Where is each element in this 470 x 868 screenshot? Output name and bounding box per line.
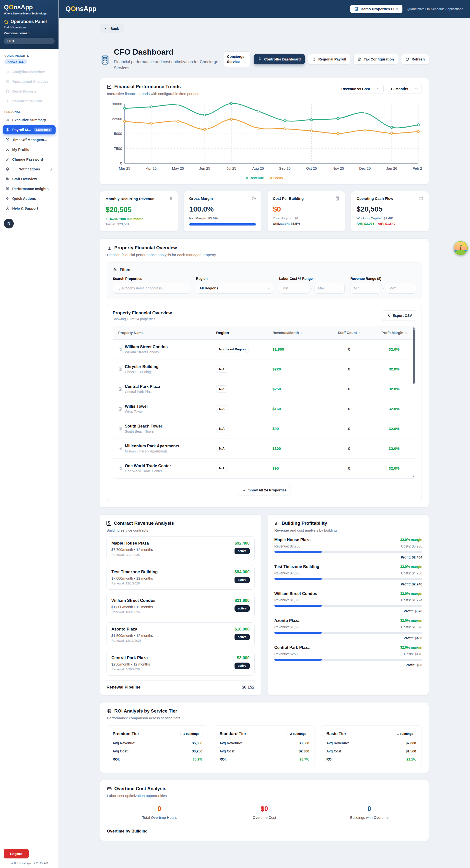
org-selector-button[interactable]: Demo Properties LLC: [350, 5, 402, 13]
column-revenue[interactable]: Revenue/Month↑↓: [267, 331, 326, 335]
table-row[interactable]: Millennium Park ApartmentsMillennium Par…: [113, 439, 416, 459]
contract-item[interactable]: Central Park Plaza$250/month • 12 months…: [106, 651, 255, 676]
column-staff-count[interactable]: Staff Count↑↓: [326, 331, 372, 335]
document-icon: [258, 57, 262, 61]
sidebar-item-performance-insights[interactable]: Performance Insights: [3, 184, 56, 193]
avatar[interactable]: N: [4, 219, 14, 228]
sidebar-item-payroll[interactable]: $ Payroll M... Enterprise: [3, 125, 56, 134]
enterprise-badge: Enterprise: [34, 128, 53, 132]
table-row[interactable]: Central Park PlazaCentral Park Plaza N/A…: [113, 379, 416, 399]
sidebar-item-resource-monitor[interactable]: Resource Monitor: [3, 96, 56, 105]
calculator-icon: [100, 55, 110, 65]
column-property-name[interactable]: Property Name↑↓: [113, 331, 211, 335]
region-select[interactable]: All Regions: [196, 283, 274, 293]
refresh-button[interactable]: Refresh: [401, 54, 429, 64]
kpi-utilization: Utilization: 85.5%: [273, 222, 340, 225]
topbar: QOnsApp Demo Properties LLC Quantitative…: [59, 0, 470, 18]
concierge-service-button[interactable]: Concierge Service: [223, 52, 251, 67]
legend-revenue[interactable]: Revenue: [246, 176, 264, 180]
sidebar-item-operational-analytics[interactable]: Operational Analytics: [3, 77, 56, 86]
period-select[interactable]: 12 Months: [387, 84, 422, 94]
building-icon: [107, 245, 112, 250]
sidebar-item-help-support[interactable]: Help & Support: [3, 204, 56, 213]
labor-min-input[interactable]: [282, 286, 306, 290]
page-subtitle: Financial performance and cost optimizat…: [114, 59, 219, 71]
column-profit-margin[interactable]: Profit Margin↑↓: [372, 331, 416, 335]
sidebar-nav: QUICK INSIGHTS ANALYTICS Analytics Overv…: [0, 49, 59, 845]
sidebar-item-quick-actions[interactable]: Quick Actions: [3, 194, 56, 203]
table-row[interactable]: Chrysler BuildingChrysler Building N/A $…: [113, 360, 416, 379]
profit-value: Profit: $576: [274, 609, 422, 613]
operations-panel-title: Operations Panel: [4, 19, 55, 24]
kpi-total-payroll: Total Payroll: $0: [273, 216, 340, 220]
table-scrollbar[interactable]: [412, 327, 415, 478]
kpi-ar: A/R: $3,076: [356, 222, 374, 225]
legend-costs[interactable]: Costs: [270, 176, 283, 180]
regional-payroll-button[interactable]: Regional Payroll: [308, 54, 350, 64]
roi-subtitle: Performance comparison across service ti…: [107, 716, 422, 720]
refresh-icon: [405, 57, 409, 61]
svg-text:Jul 25: Jul 25: [226, 166, 236, 170]
svg-text:Jun 25: Jun 25: [199, 166, 210, 170]
logout-button[interactable]: Logout: [4, 849, 29, 859]
export-csv-button[interactable]: Export CSV: [382, 310, 416, 321]
sidebar-item-quick-reports[interactable]: Quick Reports: [3, 87, 56, 96]
sidebar-item-change-password[interactable]: Change Password: [3, 155, 56, 164]
sort-icon: ↑↓: [145, 331, 147, 334]
column-region[interactable]: Region: [211, 331, 267, 335]
kpi-target: Target: $23,581: [105, 222, 173, 226]
labor-max-input[interactable]: [318, 286, 341, 290]
sidebar-item-executive-summary[interactable]: Executive Summary: [3, 115, 56, 124]
target-icon: [5, 79, 9, 84]
kpi-value: $20,505: [105, 206, 173, 214]
overtime-analysis-card: Overtime Cost Analysis Labor cost optimi…: [100, 780, 429, 841]
controller-dashboard-button[interactable]: Controller Dashboard: [254, 54, 305, 64]
sidebar-item-analytics-overview[interactable]: Analytics Overview: [3, 67, 56, 76]
region-badge: N/A: [216, 425, 227, 432]
contract-item[interactable]: Maple House Plaza$7,700/month • 12 month…: [106, 536, 255, 561]
trend-chart-svg: 07500150002250030000Mar 25Apr 25May 25Ju…: [107, 101, 422, 175]
sidebar-item-my-profile[interactable]: My Profile: [3, 145, 56, 154]
scroll-up-arrow[interactable]: [412, 327, 415, 329]
sidebar-item-staff-overview[interactable]: Staff Overview: [3, 174, 56, 183]
revenue-max-input[interactable]: [389, 286, 412, 290]
line-chart-icon: [107, 84, 112, 89]
back-button[interactable]: Back: [100, 24, 124, 33]
contracts-subtitle: Building service contracts: [106, 528, 255, 532]
metric-select[interactable]: Revenue vs Cost: [338, 84, 384, 94]
margin-label: 32.0% margin: [400, 645, 422, 649]
welcome-text: Welcome, kweku: [4, 31, 55, 35]
table-row[interactable]: South Beach TowerSouth Beach Tower N/A $…: [113, 419, 416, 439]
revenue-min-input[interactable]: [354, 286, 377, 290]
profitability-item: William Street Condos32.0% margin Revenu…: [274, 591, 422, 613]
file-icon: [5, 89, 9, 93]
net-margin-progress: [189, 223, 256, 225]
search-input[interactable]: [122, 286, 187, 290]
table-row[interactable]: One World Trade CenterOne World Trade Ce…: [113, 459, 416, 478]
property-overview-title: Property Financial Overview: [107, 245, 422, 250]
table-row[interactable]: Willis TowerWillis Tower N/A $160 0 32.0…: [113, 399, 416, 419]
profit-progress: [274, 551, 422, 553]
contract-revenue-card: $ Contract Revenue Analysis Building ser…: [100, 515, 261, 695]
show-all-properties-button[interactable]: Show All 24 Properties: [238, 485, 291, 495]
table-row[interactable]: William Street CondosWilliam Street Cond…: [113, 340, 416, 360]
scroll-down-arrow[interactable]: [412, 476, 415, 477]
sidebar-item-time-off[interactable]: Time Off Managem...: [3, 135, 56, 144]
svg-text:Sep 25: Sep 25: [279, 166, 290, 170]
stat-label: Overtime Cost: [212, 815, 317, 819]
contract-item[interactable]: Test Timezone Building$7,000/month • 12 …: [106, 565, 255, 590]
floating-island-widget[interactable]: [453, 241, 468, 255]
svg-text:Apr 25: Apr 25: [146, 166, 157, 170]
scrollbar-thumb[interactable]: [413, 329, 415, 384]
credit-card-icon: [418, 196, 423, 201]
version-text: v2.0.0 | Last sync: 2:25:22 AM: [4, 862, 55, 865]
contract-item[interactable]: William Street Condos$1,800/month • 12 m…: [106, 594, 255, 618]
bar-chart-icon: [5, 69, 9, 74]
profit-value: Profit: $480: [274, 636, 422, 640]
sidebar-item-notifications[interactable]: Notifications: [3, 164, 56, 174]
tax-configuration-button[interactable]: Tax Configuration: [353, 54, 398, 64]
profit-progress: [274, 605, 422, 607]
contract-item[interactable]: Azonto Plaza$1,500/month • 12 monthsRene…: [106, 622, 255, 647]
financial-trends-card: Financial Performance Trends Interactive…: [100, 78, 429, 185]
filters-panel: Filters Search Properties Region: [107, 262, 422, 299]
